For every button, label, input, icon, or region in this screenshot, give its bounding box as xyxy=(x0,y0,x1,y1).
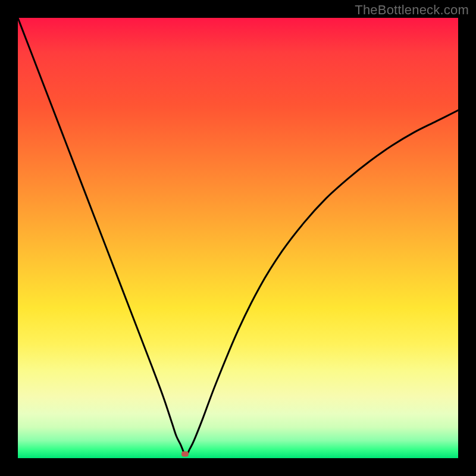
bottleneck-curve xyxy=(18,18,458,458)
plot-area xyxy=(18,18,458,458)
optimal-point-marker xyxy=(181,451,189,456)
chart-frame: TheBottleneck.com xyxy=(0,0,476,476)
watermark-text: TheBottleneck.com xyxy=(355,2,469,18)
